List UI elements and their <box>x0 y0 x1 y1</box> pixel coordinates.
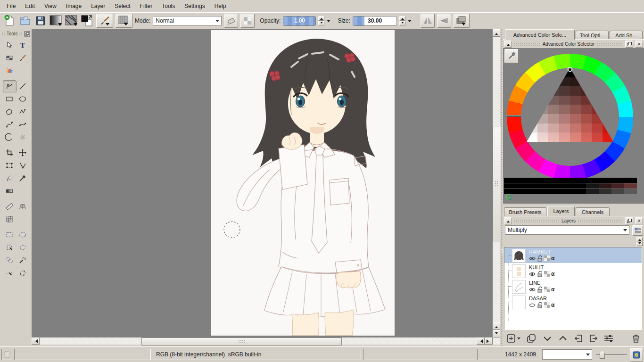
save-button[interactable] <box>34 14 47 27</box>
canvas-paper[interactable] <box>211 30 395 336</box>
workspace-chooser-button[interactable] <box>454 14 470 28</box>
tools-docker-header[interactable]: Tools <box>0 30 32 37</box>
tool-select-contiguous[interactable] <box>16 254 30 266</box>
tool-multibrush-color[interactable] <box>3 65 17 77</box>
menu-layer[interactable]: Layer <box>86 0 110 12</box>
layer-blend-mode-select[interactable]: Multiply <box>505 225 629 235</box>
tool-grid[interactable] <box>3 213 17 225</box>
advanced-color-selector[interactable]: C <box>503 48 644 204</box>
lock-icon[interactable] <box>537 302 543 308</box>
size-spinner[interactable] <box>399 16 405 25</box>
collapse-docker-button[interactable] <box>504 217 512 224</box>
color-docker-header[interactable]: Advanced Color Selector ✕ <box>503 41 644 48</box>
eraser-mode-button[interactable] <box>224 14 238 28</box>
tool-freehand-path[interactable] <box>16 118 30 131</box>
zoom-slider-handle[interactable] <box>600 351 605 359</box>
layers-docker-header[interactable]: Layers ✕ <box>503 217 644 224</box>
tool-bezier-curve[interactable] <box>3 118 17 131</box>
menu-tools[interactable]: Tools <box>157 0 180 12</box>
common-colors-strip[interactable] <box>504 189 637 194</box>
tool-freehand[interactable] <box>3 80 17 92</box>
move-layer-right-button[interactable] <box>588 333 599 344</box>
tool-dynamic-brush[interactable] <box>3 131 17 143</box>
close-docker-button[interactable]: ✕ <box>635 41 643 48</box>
fill-pattern-button[interactable] <box>116 14 132 28</box>
layer-list[interactable]: RAMBUT α KULIT α LINE <box>504 247 642 330</box>
tool-select-magnetic[interactable] <box>16 267 30 279</box>
tool-brush[interactable] <box>16 52 30 64</box>
float-docker-icon[interactable] <box>24 31 30 37</box>
lock-icon[interactable] <box>537 271 543 277</box>
new-document-button[interactable] <box>3 14 16 27</box>
tool-select-rect[interactable] <box>3 229 17 241</box>
menu-settings[interactable]: Settings <box>180 0 209 12</box>
alpha-lock-icon[interactable]: α <box>551 302 554 308</box>
layer-row-rambut[interactable]: RAMBUT α <box>504 247 642 263</box>
float-docker-button[interactable] <box>625 217 633 224</box>
gradient-chooser-button[interactable] <box>50 14 63 27</box>
tool-assistants[interactable] <box>3 200 17 213</box>
tab-brush-presets[interactable]: Brush Presets <box>504 207 546 216</box>
tab-channels[interactable]: Channels <box>576 207 610 216</box>
opacity-slider[interactable]: 1.00 <box>283 16 316 26</box>
tool-move[interactable] <box>16 147 30 159</box>
brush-presets-button[interactable] <box>96 14 113 28</box>
menu-file[interactable]: File <box>2 0 20 12</box>
tool-ellipse[interactable] <box>16 93 30 105</box>
collapse-docker-button[interactable] <box>504 41 512 48</box>
size-dropdown-icon[interactable] <box>408 20 412 24</box>
menu-image[interactable]: Image <box>61 0 86 12</box>
tool-select-ellipse[interactable] <box>16 229 30 241</box>
duplicate-layer-button[interactable] <box>526 333 537 344</box>
tool-gradient[interactable] <box>3 185 17 197</box>
visibility-icon[interactable] <box>529 287 536 292</box>
add-layer-button[interactable] <box>506 333 522 344</box>
lower-layer-button[interactable] <box>542 333 553 344</box>
tool-line[interactable] <box>16 80 30 92</box>
saturation-lightness-triangle[interactable] <box>507 54 633 180</box>
hue-ring[interactable] <box>507 54 633 180</box>
selection-status-button[interactable] <box>1 349 12 360</box>
tab-tool-options[interactable]: Tool Opti... <box>576 31 609 40</box>
tool-color-picker[interactable] <box>16 172 30 184</box>
tool-measure[interactable] <box>16 159 30 172</box>
horizontal-scroll-thumb[interactable] <box>141 337 342 346</box>
tool-default[interactable] <box>3 39 17 51</box>
tool-multihand[interactable] <box>16 131 30 143</box>
menu-filter[interactable]: Filter <box>135 0 157 12</box>
tool-select-similar[interactable] <box>3 254 17 266</box>
layer-row-dasar[interactable]: DASAR α <box>504 294 642 310</box>
alpha-lock-icon[interactable]: α <box>551 287 554 292</box>
raise-layer-button[interactable] <box>557 333 569 344</box>
menu-view[interactable]: View <box>40 0 61 12</box>
alpha-lock-icon[interactable]: α <box>551 271 554 277</box>
opacity-dropdown-icon[interactable] <box>327 20 330 24</box>
tool-fill[interactable] <box>3 172 17 184</box>
zoom-level-select[interactable] <box>542 349 592 360</box>
fg-bg-colors[interactable] <box>81 14 94 27</box>
size-slider[interactable]: 30.00 <box>353 16 397 26</box>
canvas-viewport[interactable] <box>32 29 493 337</box>
tool-perspective-grid[interactable] <box>16 200 30 213</box>
layer-filter-button[interactable] <box>632 225 643 236</box>
horizontal-scrollbar[interactable] <box>32 337 493 345</box>
tool-crop[interactable] <box>3 147 17 159</box>
common-colors-refresh-button[interactable]: C <box>505 193 512 201</box>
lock-icon[interactable] <box>537 287 543 293</box>
tool-text[interactable]: T <box>16 39 30 51</box>
tab-add-shape[interactable]: Add Sh... <box>610 31 643 40</box>
alpha-channel-icon[interactable] <box>544 255 550 261</box>
scroll-left-button-2[interactable] <box>477 337 485 345</box>
tool-select-polygon[interactable] <box>3 241 17 254</box>
tab-layers[interactable]: Layers <box>547 206 575 216</box>
vertical-scrollbar[interactable] <box>493 29 500 345</box>
alpha-channel-icon[interactable] <box>544 271 550 277</box>
alpha-channel-icon[interactable] <box>544 302 550 308</box>
scroll-left-button[interactable] <box>32 337 40 345</box>
color-history-strip[interactable] <box>504 183 637 189</box>
scroll-up-button[interactable] <box>493 29 500 37</box>
tool-select-path[interactable] <box>3 267 17 279</box>
vertical-mirror-button[interactable] <box>437 14 451 28</box>
tool-gradient-edit[interactable] <box>3 52 17 64</box>
tool-polyline[interactable] <box>16 106 30 118</box>
